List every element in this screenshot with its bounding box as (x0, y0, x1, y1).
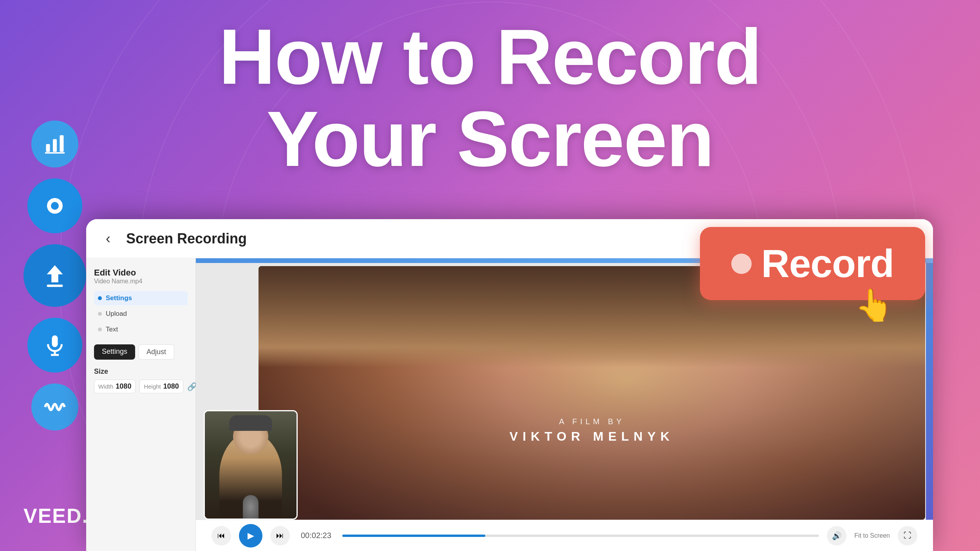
nav-upload[interactable]: Upload (94, 307, 188, 321)
left-panel: Edit Video Video Name.mp4 Settings Uploa… (86, 258, 196, 551)
skip-fwd-button[interactable]: ⏭ (270, 526, 290, 546)
size-section: Size Width 1080 Height 1080 🔗 (94, 367, 188, 393)
height-label: Height (144, 383, 161, 390)
person-hat (229, 415, 272, 431)
settings-tabs: Settings Adjust (94, 344, 188, 360)
film-name: VIKTOR MELNYK (510, 429, 674, 444)
right-accent-bar (926, 263, 933, 520)
skip-fwd-icon: ⏭ (276, 531, 284, 540)
timeline-progress (342, 535, 485, 537)
record-button-container: Record 👆 (700, 227, 925, 300)
film-prefix: A FILM BY (510, 417, 674, 426)
panel-header: Edit Video Video Name.mp4 (94, 268, 188, 285)
panel-subtitle: Video Name.mp4 (94, 278, 142, 285)
record-dot-icon (43, 194, 67, 218)
svg-rect-1 (53, 139, 57, 152)
nav-text-dot (98, 328, 102, 331)
upload-arrow-icon (41, 262, 69, 289)
background: How to Record Your Screen (0, 0, 980, 551)
expand-icon: ⛶ (904, 531, 911, 540)
waveform-icon (43, 395, 67, 419)
fit-screen-label: Fit to Screen (854, 532, 890, 539)
main-heading: How to Record Your Screen (0, 16, 980, 180)
adjust-tab[interactable]: Adjust (138, 344, 174, 360)
play-button[interactable]: ▶ (239, 524, 262, 547)
upload-button[interactable] (24, 244, 86, 307)
size-section-label: Size (94, 367, 188, 376)
mic-button[interactable] (27, 318, 82, 373)
record-button-dot (731, 254, 752, 274)
chart-bars-icon (43, 132, 67, 156)
svg-point-4 (51, 202, 59, 210)
chart-icon-button[interactable] (31, 121, 78, 167)
volume-button[interactable]: 🔊 (827, 526, 846, 546)
svg-rect-5 (47, 285, 63, 287)
bottom-controls: ⏮ ▶ ⏭ 00:02:23 🔊 F (196, 520, 933, 551)
heading-line2: Your Screen (0, 98, 980, 180)
height-value: 1080 (163, 382, 179, 391)
panel-title: Edit Video (94, 268, 142, 278)
person-mic (243, 495, 259, 519)
nav-upload-label: Upload (106, 310, 127, 318)
skip-back-button[interactable]: ⏮ (212, 526, 231, 546)
record-circle-button[interactable] (27, 178, 82, 233)
width-label: Width (98, 383, 113, 390)
timeline-bar[interactable] (342, 535, 819, 537)
svg-rect-6 (52, 335, 58, 347)
webcam-bg (205, 411, 297, 519)
svg-rect-2 (60, 135, 64, 152)
record-button-label: Record (761, 241, 894, 286)
screen-recording-title: Screen Recording (126, 230, 247, 247)
settings-tab[interactable]: Settings (94, 344, 135, 360)
webcam-overlay (204, 410, 298, 520)
width-value: 1080 (116, 382, 131, 391)
main-content-area: A FILM BY VIKTOR MELNYK (196, 258, 933, 551)
film-text-block: A FILM BY VIKTOR MELNYK (510, 417, 674, 444)
time-display: 00:02:23 (301, 531, 331, 540)
skip-back-icon: ⏮ (217, 531, 225, 540)
heading-line1: How to Record (0, 16, 980, 98)
nav-upload-dot (98, 312, 102, 316)
size-inputs: Width 1080 Height 1080 🔗 (94, 380, 188, 393)
nav-text[interactable]: Text (94, 322, 188, 337)
back-button[interactable]: ‹ (106, 230, 110, 247)
expand-button[interactable]: ⛶ (898, 526, 917, 546)
left-nav: Settings Upload Text (94, 291, 188, 337)
width-field[interactable]: Width 1080 (94, 380, 136, 393)
film-overlay (259, 266, 925, 520)
fit-screen-button[interactable]: Fit to Screen (854, 532, 890, 539)
left-icons-column (24, 121, 86, 430)
app-body: Edit Video Video Name.mp4 Settings Uploa… (86, 258, 933, 551)
volume-icon: 🔊 (832, 531, 842, 540)
wave-button[interactable] (31, 384, 78, 430)
play-icon: ▶ (248, 531, 254, 541)
video-preview: A FILM BY VIKTOR MELNYK (259, 266, 925, 520)
svg-rect-0 (46, 144, 50, 152)
cursor-icon: 👆 (855, 287, 894, 324)
height-field[interactable]: Height 1080 (139, 380, 183, 393)
nav-settings-label: Settings (106, 294, 132, 302)
nav-settings[interactable]: Settings (94, 291, 188, 305)
nav-text-label: Text (106, 326, 118, 333)
microphone-icon (43, 333, 67, 357)
nav-dot (98, 296, 102, 300)
